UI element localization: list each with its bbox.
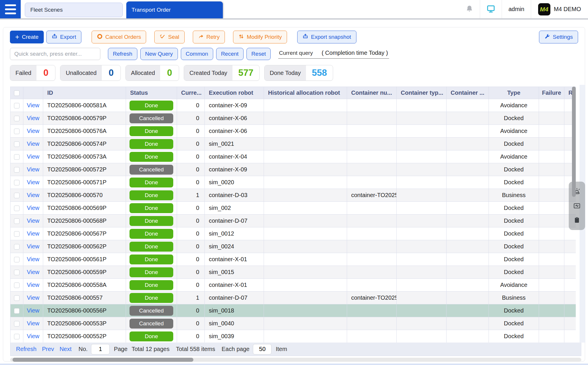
cell-container-type [397, 253, 447, 266]
settings-button[interactable]: Settings [539, 31, 578, 43]
common-button[interactable]: Common [181, 48, 213, 60]
cell-status: Done [126, 176, 177, 189]
cell-container-number [347, 99, 397, 112]
cell-type: Docked [489, 227, 539, 240]
create-button[interactable]: + Create [10, 31, 44, 43]
status-badge: Done [130, 255, 173, 264]
cell-historical-allocation-robot [264, 317, 347, 330]
view-link[interactable]: View [27, 115, 39, 121]
cell-id: TO20250806-000572P [43, 163, 126, 176]
cell-container-type [397, 176, 447, 189]
row-checkbox[interactable] [14, 231, 20, 237]
view-link[interactable]: View [27, 320, 39, 327]
hamburger-menu-button[interactable] [0, 0, 21, 18]
reset-button[interactable]: Reset [246, 48, 271, 60]
view-link[interactable]: View [27, 205, 39, 211]
cell-container-type [397, 99, 447, 112]
vertical-scrollbar-thumb[interactable] [572, 87, 576, 197]
col-id: ID [43, 87, 126, 99]
cell-container-other [447, 112, 489, 125]
modify-priority-button[interactable]: Modify Priority [233, 31, 287, 43]
horizontal-scrollbar-thumb[interactable] [13, 358, 193, 362]
row-checkbox[interactable] [14, 167, 20, 173]
tab-transport-order[interactable]: Transport Order [126, 1, 223, 18]
row-checkbox[interactable] [14, 129, 20, 134]
cell-execution-robot: sim_0039 [205, 330, 264, 343]
view-link[interactable]: View [27, 102, 39, 108]
row-checkbox[interactable] [14, 295, 20, 301]
retry-button[interactable]: Retry [193, 31, 225, 43]
export-snapshot-button[interactable]: Export snapshot [297, 31, 356, 43]
next-page-link[interactable]: Next [60, 346, 71, 352]
view-link[interactable]: View [27, 217, 39, 224]
view-link[interactable]: View [27, 179, 39, 185]
select-all-checkbox[interactable] [14, 90, 20, 96]
cell-container-type [397, 202, 447, 215]
search-input[interactable] [10, 48, 100, 60]
row-checkbox[interactable] [14, 180, 20, 185]
cell-type: Avoidance [489, 99, 539, 112]
tab-fleet-scenes[interactable]: Fleet Scenes [25, 3, 123, 17]
row-checkbox[interactable] [14, 257, 20, 262]
monitor-pulse-icon[interactable] [573, 201, 581, 210]
row-checkbox[interactable] [14, 244, 20, 250]
cell-status: Done [126, 189, 177, 202]
view-link[interactable]: View [27, 256, 39, 262]
user-menu[interactable]: admin [502, 0, 531, 18]
page-size-input[interactable] [253, 344, 272, 355]
cell-status: Done [126, 202, 177, 215]
new-query-button[interactable]: New Query [140, 48, 178, 60]
row-checkbox[interactable] [14, 193, 20, 198]
cell-container-number [347, 138, 397, 150]
cell-container-type [397, 150, 447, 163]
view-link[interactable]: View [27, 282, 39, 288]
row-checkbox[interactable] [14, 270, 20, 275]
footer-refresh-link[interactable]: Refresh [16, 346, 36, 352]
view-link[interactable]: View [27, 192, 39, 198]
row-checkbox[interactable] [14, 141, 20, 147]
view-link[interactable]: View [27, 269, 39, 275]
cell-historical-allocation-robot [264, 138, 347, 150]
table-row: ViewTO20250806-000561PDone0container-X-0… [10, 253, 576, 266]
view-link[interactable]: View [27, 128, 39, 134]
view-link[interactable]: View [27, 230, 39, 237]
stat-card-done-today: Done Today 558 [264, 65, 333, 81]
row-checkbox[interactable] [14, 206, 20, 211]
bottom-strip [0, 364, 588, 365]
page-number-input[interactable] [91, 344, 110, 355]
row-checkbox[interactable] [14, 321, 20, 327]
cell-failure [539, 112, 564, 125]
cell-historical-allocation-robot [264, 227, 347, 240]
view-link[interactable]: View [27, 166, 39, 173]
cell-id: TO20250806-000558A [43, 279, 126, 292]
clipboard-icon[interactable] [573, 216, 581, 224]
row-checkbox[interactable] [14, 116, 20, 121]
view-link[interactable]: View [27, 294, 39, 301]
notifications-button[interactable] [459, 0, 480, 18]
cell-current: 0 [177, 227, 205, 240]
row-checkbox[interactable] [14, 282, 20, 288]
view-link[interactable]: View [27, 153, 39, 160]
prev-page-link[interactable]: Prev [42, 346, 54, 352]
seal-button[interactable]: Seal [154, 31, 184, 43]
row-checkbox[interactable] [14, 103, 20, 108]
view-link[interactable]: View [27, 243, 39, 250]
export-icon [302, 34, 308, 41]
recent-button[interactable]: Recent [216, 48, 244, 60]
cell-container-type [397, 279, 447, 292]
row-checkbox[interactable] [14, 218, 20, 224]
cancel-orders-button[interactable]: Cancel Orders [92, 31, 146, 43]
cell-current: 0 [177, 176, 205, 189]
view-link[interactable]: View [27, 333, 39, 339]
row-checkbox[interactable] [14, 334, 20, 339]
monitor-button[interactable] [480, 0, 502, 18]
view-link[interactable]: View [27, 307, 39, 314]
view-link[interactable]: View [27, 141, 39, 147]
row-checkbox[interactable] [14, 308, 20, 314]
export-button[interactable]: Export [46, 31, 81, 43]
orders-table: ID Status Curre... Execution robot Histo… [10, 87, 576, 343]
refresh-button[interactable]: Refresh [108, 48, 137, 60]
row-checkbox[interactable] [14, 154, 20, 160]
stat-card-failed: Failed 0 [10, 65, 55, 81]
status-badge: Done [130, 190, 173, 200]
